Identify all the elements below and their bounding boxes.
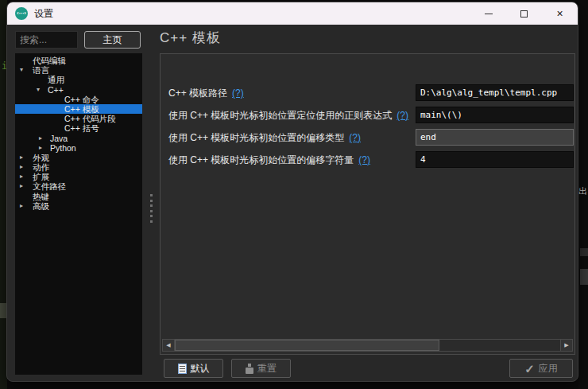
- field-label: 使用 C++ 模板时光标初始位置定位使用的正则表达式(?): [168, 109, 408, 123]
- minimize-icon: [485, 14, 493, 14]
- field-label-text: C++ 模板路径: [168, 88, 227, 99]
- form-row-cursor-offset-chars: 使用 C++ 模板时光标初始位置的偏移字符量(?)4: [161, 151, 574, 169]
- close-icon: ×: [556, 8, 563, 19]
- maximize-icon: [520, 10, 528, 18]
- scroll-right-button[interactable]: ▶: [560, 340, 572, 351]
- tree-item-label: 扩展: [33, 172, 49, 181]
- page-title: C++ 模板: [160, 29, 221, 47]
- scrollbar-thumb[interactable]: [175, 340, 439, 351]
- tree-expand-icon[interactable]: ▸: [20, 172, 23, 181]
- tree-item-label: 通用: [48, 75, 64, 84]
- tree-expand-icon[interactable]: ▸: [20, 181, 23, 191]
- settings-window: ‹⋯› 设置 × 主页 C++ 模板 代码编辑▾语言通用▾C++C++ 命令C+…: [6, 2, 578, 382]
- field-label-text: 使用 C++ 模板时光标初始位置定位使用的正则表达式: [168, 110, 392, 121]
- tree-item-general[interactable]: 通用: [15, 75, 142, 84]
- tree-collapse-icon[interactable]: ▾: [20, 65, 23, 75]
- window-controls: ×: [470, 2, 578, 25]
- tree-item-label: 代码编辑: [33, 56, 66, 65]
- help-link[interactable]: (?): [358, 154, 370, 165]
- tree-item-cpp[interactable]: ▾C++: [15, 85, 142, 95]
- background-right-text: 出: [578, 185, 587, 197]
- cpp-template-path-input[interactable]: D:\alg\alg_templ\templ.cpp: [416, 84, 574, 101]
- tree-item-label: 高级: [33, 201, 49, 211]
- cursor-offset-chars-input[interactable]: 4: [416, 151, 574, 168]
- tree-item-label: Python: [50, 143, 76, 153]
- cursor-regex-input[interactable]: main\(\): [416, 107, 574, 123]
- help-link[interactable]: (?): [232, 88, 244, 99]
- tree-item-label: 语言: [33, 65, 49, 75]
- tree-item-hotkeys[interactable]: 热键: [15, 192, 142, 201]
- tree-expand-icon[interactable]: ▸: [39, 143, 42, 153]
- settings-form-panel: C++ 模板路径(?)D:\alg\alg_templ\templ.cpp使用 …: [160, 53, 575, 355]
- minimize-button[interactable]: [470, 2, 506, 25]
- tree-item-label: 动作: [33, 162, 49, 172]
- tree-item-cpp-template[interactable]: C++ 模板: [15, 104, 142, 114]
- reset-button[interactable]: 重置: [231, 359, 291, 378]
- tree-item-label: C++ 模板: [64, 104, 99, 114]
- tree-item-label: C++ 命令: [64, 95, 99, 104]
- tree-item-advanced[interactable]: ▸高级: [15, 201, 142, 211]
- tree-collapse-icon[interactable]: ▾: [37, 85, 40, 95]
- search-input[interactable]: [15, 31, 78, 49]
- tree-item-java[interactable]: ▸Java: [15, 134, 142, 143]
- reset-button-label: 重置: [257, 362, 277, 375]
- form-row-cursor-regex: 使用 C++ 模板时光标初始位置定位使用的正则表达式(?)main\(\): [161, 107, 574, 124]
- field-label-text: 使用 C++ 模板时光标初始位置的偏移类型: [168, 132, 344, 143]
- settings-tree: 代码编辑▾语言通用▾C++C++ 命令C++ 模板C++ 代码片段C++ 括号▸…: [15, 53, 142, 375]
- tree-item-cpp-command[interactable]: C++ 命令: [15, 95, 142, 104]
- window-title: 设置: [34, 7, 53, 21]
- apply-button-label: 应用: [539, 362, 558, 375]
- help-link[interactable]: (?): [349, 132, 361, 143]
- tree-item-label: 热键: [33, 192, 49, 201]
- field-label-text: 使用 C++ 模板时光标初始位置的偏移字符量: [168, 154, 354, 165]
- apply-button[interactable]: ✓ 应用: [509, 359, 573, 378]
- default-button[interactable]: 默认: [164, 359, 223, 378]
- tree-expand-icon[interactable]: ▸: [20, 201, 23, 211]
- tree-item-appearance[interactable]: ▸外观: [15, 153, 142, 162]
- tree-item-language[interactable]: ▾语言: [15, 65, 142, 75]
- maximize-button[interactable]: [506, 2, 542, 25]
- tree-item-label: C++: [48, 85, 64, 95]
- default-button-label: 默认: [191, 362, 210, 375]
- tree-item-cpp-bracket[interactable]: C++ 括号: [15, 123, 142, 133]
- field-label: 使用 C++ 模板时光标初始位置的偏移类型(?): [168, 131, 361, 145]
- tree-item-label: C++ 括号: [64, 123, 99, 133]
- document-icon: [178, 364, 187, 374]
- tree-expand-icon[interactable]: ▸: [20, 162, 23, 172]
- form-row-cpp-template-path: C++ 模板路径(?)D:\alg\alg_templ\templ.cpp: [161, 84, 574, 102]
- horizontal-scrollbar[interactable]: ◀ ▶: [162, 339, 573, 352]
- app-icon: ‹⋯›: [15, 7, 28, 20]
- form-row-cursor-offset-type: 使用 C++ 模板时光标初始位置的偏移类型(?)end: [161, 129, 574, 146]
- scroll-left-icon: ◀: [166, 342, 170, 348]
- background-right-block: [580, 269, 588, 285]
- tree-item-python[interactable]: ▸Python: [15, 143, 142, 153]
- check-icon: ✓: [524, 363, 535, 375]
- titlebar: ‹⋯› 设置 ×: [7, 2, 578, 25]
- background-right-block: [580, 248, 588, 256]
- close-button[interactable]: ×: [542, 2, 578, 25]
- home-button-label: 主页: [103, 33, 122, 47]
- tree-item-label: 外观: [33, 153, 49, 162]
- home-button[interactable]: 主页: [84, 31, 141, 49]
- help-link[interactable]: (?): [397, 110, 408, 121]
- tree-item-label: C++ 代码片段: [64, 114, 116, 123]
- cursor-offset-type-input[interactable]: end: [416, 129, 574, 146]
- tree-item-file-path[interactable]: ▸文件路径: [15, 181, 142, 191]
- field-label: C++ 模板路径(?): [168, 87, 244, 100]
- tree-item-label: 文件路径: [33, 181, 66, 191]
- splitter-handle[interactable]: [149, 194, 153, 223]
- tree-item-actions[interactable]: ▸动作: [15, 162, 142, 172]
- tree-item-extensions[interactable]: ▸扩展: [15, 172, 142, 181]
- tree-item-cpp-snippet[interactable]: C++ 代码片段: [15, 114, 142, 123]
- tree-expand-icon[interactable]: ▸: [39, 134, 42, 143]
- tree-expand-icon[interactable]: ▸: [20, 153, 23, 162]
- field-label: 使用 C++ 模板时光标初始位置的偏移字符量(?): [168, 154, 370, 167]
- tree-item-code-editor[interactable]: 代码编辑: [15, 56, 142, 65]
- scroll-right-icon: ▶: [564, 342, 568, 348]
- brush-icon: [246, 364, 253, 374]
- tree-item-label: Java: [50, 134, 68, 143]
- scroll-left-button[interactable]: ◀: [163, 340, 175, 351]
